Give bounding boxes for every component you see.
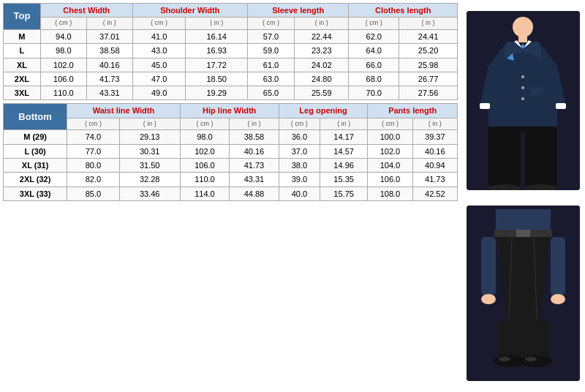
sleeve-in: ( in ) — [295, 18, 349, 30]
top-table: Top Chest Width Shoulder Width Sleeve le… — [3, 3, 458, 100]
data-cell: 23.23 — [295, 44, 349, 58]
clothes-cm: ( cm ) — [349, 18, 399, 30]
svg-point-15 — [521, 97, 524, 100]
col-hip: Hip line Width — [180, 104, 279, 118]
data-cell: 66.0 — [349, 58, 399, 72]
size-cell: L — [4, 44, 41, 58]
shoulder-in: ( in ) — [186, 18, 247, 30]
leg-in: ( in ) — [320, 118, 367, 130]
col-clothes-length: Clothes length — [349, 4, 458, 18]
data-cell: 25.59 — [295, 86, 349, 100]
data-cell: 49.0 — [132, 86, 186, 100]
pants-in: ( in ) — [412, 118, 457, 130]
size-cell: M — [4, 29, 41, 43]
pants-image — [467, 206, 580, 381]
data-cell: 26.77 — [399, 72, 458, 86]
data-cell: 38.0 — [279, 159, 320, 173]
data-cell: 44.88 — [230, 186, 279, 200]
data-cell: 63.0 — [247, 72, 294, 86]
data-cell: 106.0 — [180, 159, 230, 173]
data-cell: 41.73 — [230, 159, 279, 173]
table-section: Top Chest Width Shoulder Width Sleeve le… — [0, 0, 461, 392]
table-row: XL102.040.1645.017.7261.024.0266.025.98 — [4, 58, 458, 72]
data-cell: 19.29 — [186, 86, 247, 100]
data-cell: 41.73 — [86, 72, 132, 86]
data-cell: 30.31 — [119, 144, 180, 158]
col-chest-width: Chest Width — [40, 4, 132, 18]
data-cell: 65.0 — [247, 86, 294, 100]
data-cell: 24.41 — [399, 29, 458, 43]
size-cell: XL — [4, 58, 41, 72]
table-row: 3XL110.043.3149.019.2965.025.5970.027.56 — [4, 86, 458, 100]
col-leg: Leg opening — [279, 104, 368, 118]
hip-cm: ( cm ) — [180, 118, 230, 130]
data-cell: 45.0 — [132, 58, 186, 72]
data-cell: 17.72 — [186, 58, 247, 72]
data-cell: 106.0 — [368, 173, 412, 186]
data-cell: 98.0 — [40, 44, 86, 58]
col-pants: Pants length — [368, 104, 458, 118]
svg-point-40 — [551, 294, 565, 304]
data-cell: 40.16 — [412, 144, 457, 158]
size-cell: L (30) — [4, 144, 67, 158]
svg-rect-31 — [497, 321, 523, 358]
svg-point-34 — [520, 355, 552, 367]
data-cell: 32.28 — [119, 173, 180, 186]
data-cell: 106.0 — [40, 72, 86, 86]
main-container: Top Chest Width Shoulder Width Sleeve le… — [0, 0, 585, 392]
table-row: 2XL (32)82.032.28110.043.3139.015.35106.… — [4, 173, 458, 186]
data-cell: 22.44 — [295, 29, 349, 43]
data-cell: 64.0 — [349, 44, 399, 58]
data-cell: 14.57 — [320, 144, 367, 158]
data-cell: 40.16 — [86, 58, 132, 72]
table-row: L (30)77.030.31102.040.1637.014.57102.04… — [4, 144, 458, 158]
svg-rect-24 — [496, 209, 551, 231]
hip-in: ( in ) — [230, 118, 279, 130]
data-cell: 24.02 — [295, 58, 349, 72]
svg-point-35 — [499, 357, 510, 361]
col-shoulder-width: Shoulder Width — [132, 4, 247, 18]
data-cell: 27.56 — [399, 86, 458, 100]
svg-rect-17 — [488, 127, 557, 132]
data-cell: 80.0 — [67, 159, 119, 173]
data-cell: 85.0 — [67, 186, 119, 200]
svg-rect-12 — [556, 103, 566, 109]
table-row: 2XL106.041.7347.018.5063.024.8068.026.77 — [4, 72, 458, 86]
data-cell: 16.93 — [186, 44, 247, 58]
data-cell: 24.80 — [295, 72, 349, 86]
data-cell: 110.0 — [180, 173, 230, 186]
data-cell: 77.0 — [67, 144, 119, 158]
svg-point-14 — [521, 86, 524, 89]
data-cell: 43.31 — [86, 86, 132, 100]
top-section-label: Top — [4, 4, 41, 30]
data-cell: 100.0 — [368, 130, 412, 144]
svg-rect-32 — [524, 321, 549, 358]
data-cell: 14.17 — [320, 130, 367, 144]
size-cell: M (29) — [4, 130, 67, 144]
svg-marker-6 — [488, 42, 557, 128]
data-cell: 98.0 — [180, 130, 230, 144]
suit-image — [467, 11, 580, 190]
data-cell: 40.94 — [412, 159, 457, 173]
data-cell: 70.0 — [349, 86, 399, 100]
data-cell: 25.98 — [399, 58, 458, 72]
size-cell: 3XL (33) — [4, 186, 67, 200]
data-cell: 43.31 — [230, 173, 279, 186]
sleeve-cm: ( cm ) — [247, 18, 294, 30]
svg-rect-26 — [516, 230, 530, 237]
size-cell: XL (31) — [4, 159, 67, 173]
size-cell: 2XL — [4, 72, 41, 86]
data-cell: 61.0 — [247, 58, 294, 72]
clothes-in: ( in ) — [399, 18, 458, 30]
col-sleeve-length: Sleeve length — [247, 4, 349, 18]
table-row: L98.038.5843.016.9359.023.2364.025.20 — [4, 44, 458, 58]
data-cell: 42.52 — [412, 186, 457, 200]
data-cell: 41.0 — [132, 29, 186, 43]
data-cell: 38.58 — [230, 130, 279, 144]
data-cell: 36.0 — [279, 130, 320, 144]
size-cell: 2XL (32) — [4, 173, 67, 186]
pants-cm: ( cm ) — [368, 118, 412, 130]
svg-rect-19 — [525, 132, 557, 186]
data-cell: 108.0 — [368, 186, 412, 200]
data-cell: 38.58 — [86, 44, 132, 58]
